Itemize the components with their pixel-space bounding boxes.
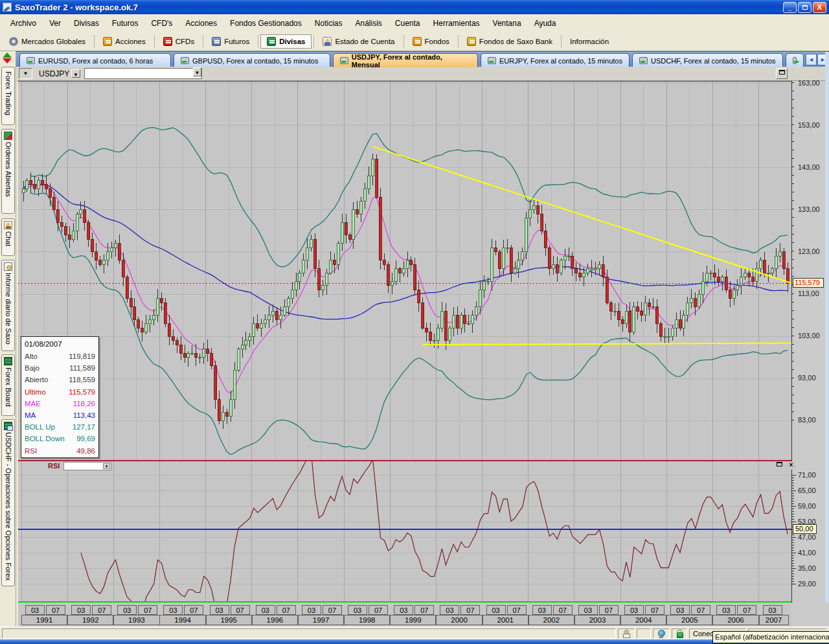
rsi-axis-tick: [792, 503, 794, 504]
sidebar-item-forex-board[interactable]: Forex Board: [1, 354, 15, 416]
candle-body-down: [318, 269, 321, 290]
price-axis-tick: [792, 192, 794, 192]
restore-button[interactable]: [798, 2, 812, 13]
toolbar-button-fondos-de-saxo-bank[interactable]: Fondos de Saxo Bank: [460, 34, 559, 49]
sidebar-item-informe-diario-de-saxo[interactable]: Informe diario de Saxo: [1, 260, 15, 351]
title-bar[interactable]: SaxoTrader 2 - workspace.ok.7 _ X: [0, 0, 829, 14]
sidebar-item-label: Forex Board: [5, 367, 12, 407]
candle-body-down: [87, 222, 90, 239]
tab-eurusd[interactable]: EURUSD, Forex al contado, 6 horas: [19, 53, 171, 67]
rsi-maximize-button[interactable]: [775, 461, 784, 470]
candle-body-down: [356, 210, 359, 214]
toolbar-button-divisas[interactable]: Divisas: [260, 34, 312, 49]
trendline-1[interactable]: [373, 146, 791, 284]
info-value: 118,26: [73, 398, 95, 409]
symbol-search-combobox[interactable]: [84, 68, 202, 79]
candle-body-up: [306, 247, 309, 260]
symbol-dropdown-button[interactable]: ▼: [71, 69, 80, 78]
close-button[interactable]: X: [813, 2, 826, 13]
toolbar-button-futuros[interactable]: Futuros: [205, 34, 256, 49]
candle-body-down: [41, 180, 44, 185]
candle-body-up: [245, 341, 247, 345]
menu-item-futuros[interactable]: Futuros: [106, 16, 145, 30]
candle-body-up: [264, 319, 267, 324]
candle-body-down: [49, 189, 52, 197]
candle-body-down: [218, 400, 220, 421]
chevron-down-icon[interactable]: ▼: [103, 463, 110, 469]
tab-usdjpy[interactable]: USDJPY, Forex al contado, Mensual: [333, 53, 478, 67]
candle-body-down: [210, 353, 213, 366]
trendline-2[interactable]: [423, 343, 791, 345]
candle-body-up: [287, 299, 290, 307]
ohlc-info-box: 01/08/2007 Alto119,819Bajo111,589Abierto…: [21, 336, 99, 458]
menu-item-herramientas[interactable]: Herramientas: [427, 16, 486, 30]
rsi-close-button[interactable]: ×: [786, 461, 796, 470]
candle-body-up: [521, 252, 524, 260]
candle-body-up: [490, 247, 493, 281]
price-axis-tick: [792, 99, 794, 100]
tab-usdchf[interactable]: USDCHF, Forex al contado, 15 minutos: [632, 53, 783, 67]
tab-gbpusd[interactable]: GBPUSD, Forex al contado, 15 minutos: [174, 53, 330, 67]
chart-toolbar: ▼ USDJPY ▼ ▼: [17, 67, 829, 81]
candle-body-down: [510, 247, 512, 273]
price-axis-tick: [792, 116, 794, 117]
menu-item-ver[interactable]: Ver: [43, 16, 67, 30]
menu-item-cfds[interactable]: CFD's: [144, 16, 179, 30]
price-chart-pane[interactable]: [18, 81, 791, 460]
tab-scroll-left[interactable]: ◄: [806, 54, 817, 65]
sidebar-item-forex-trading[interactable]: Forex Trading: [1, 67, 15, 125]
candle-body-up: [406, 260, 409, 269]
menu-item-acciones[interactable]: Acciones: [179, 16, 223, 30]
rsi-indicator-pane[interactable]: RSI ▼ ×: [18, 460, 791, 603]
toolbar-button-informaci-n[interactable]: Información: [563, 35, 615, 48]
menu-item-divisas[interactable]: Divisas: [67, 16, 106, 30]
price-axis-tick: [792, 133, 794, 133]
tab-label: USDCHF, Forex al contado, 15 minutos: [651, 57, 776, 65]
toolbar-button-mercados-globales[interactable]: Mercados Globales: [3, 34, 92, 49]
menu-item-fondosgestionados[interactable]: Fondos Gestionados: [223, 16, 308, 30]
status-empty-panel: [637, 628, 651, 639]
menu-item-archivo[interactable]: Archivo: [4, 16, 43, 30]
candle-body-down: [383, 260, 385, 265]
candle-body-up: [295, 281, 297, 290]
rsi-axis-label: 29,00: [798, 580, 816, 588]
menu-item-cuenta[interactable]: Cuenta: [389, 16, 427, 30]
tab-partial[interactable]: [786, 53, 804, 67]
chart-menu-dropdown[interactable]: ▼: [19, 68, 32, 79]
sidebar-item-ordenes-abiertas[interactable]: Ordenes Abiertas: [1, 129, 15, 214]
menu-item-noticias[interactable]: Noticias: [308, 16, 349, 30]
toolbar-button-acciones[interactable]: Acciones: [97, 34, 152, 49]
candle-body-up: [106, 252, 109, 260]
info-label: BOLL Up: [25, 421, 55, 433]
sidebar-item-usdchf-operaciones-sobre-opciones-forex[interactable]: USDCHF - Operaciones sobre Opciones Fore…: [1, 419, 15, 586]
xaxis-year-cell: 2005: [666, 615, 712, 625]
rsi-axis-tick: [792, 560, 794, 561]
xaxis-month-cell: 07: [737, 605, 756, 615]
rsi-axis-tick: [792, 563, 794, 564]
menu-item-anlisis[interactable]: Análisis: [348, 16, 388, 30]
menu-item-ventana[interactable]: Ventana: [486, 16, 528, 30]
toolbar-button-fondos[interactable]: Fondos: [406, 34, 456, 49]
combobox-dropdown-button[interactable]: ▼: [193, 67, 201, 76]
xaxis-year-cell: 1994: [159, 615, 205, 625]
tab-eurjpy[interactable]: EURJPY, Forex al contado, 15 minutos: [481, 53, 630, 67]
candle-body-up: [352, 210, 355, 240]
toolbar-button-estado-de-cuenta[interactable]: Estado de Cuenta: [316, 34, 401, 49]
sidebar-item-label: Ordenes Abiertas: [5, 142, 12, 197]
candle-body-up: [452, 316, 455, 328]
menu-item-ayuda[interactable]: Ayuda: [528, 16, 563, 30]
rsi-axis-tick: [792, 488, 794, 489]
sidebar-item-chat[interactable]: Chat: [1, 218, 15, 256]
chart-tab-icon: [488, 57, 496, 64]
info-value: 99,69: [76, 433, 95, 444]
candle-body-up: [260, 324, 263, 328]
chart-tab-icon: [181, 57, 189, 64]
rsi-settings-combobox[interactable]: ▼: [63, 462, 111, 470]
candle-body-down: [609, 303, 612, 311]
candle-body-down: [60, 222, 63, 227]
toolbar-button-cfds[interactable]: CFDs: [157, 34, 201, 49]
chart-maximize-button[interactable]: [776, 68, 788, 79]
minimize-button[interactable]: _: [783, 2, 797, 13]
candle-body-up: [756, 269, 758, 282]
rsi-axis-tick: [792, 522, 796, 522]
